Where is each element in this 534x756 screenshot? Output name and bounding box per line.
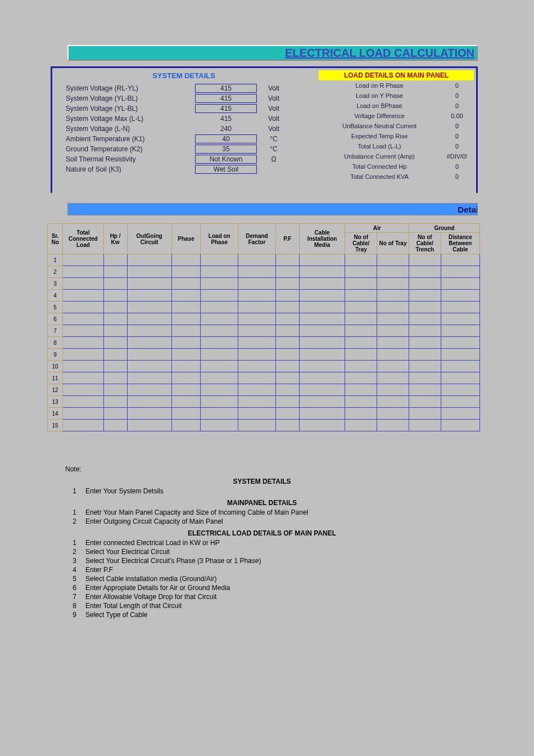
grid-cell[interactable]: [441, 408, 479, 420]
grid-cell[interactable]: [238, 372, 276, 384]
grid-cell[interactable]: [238, 313, 276, 325]
grid-cell[interactable]: [299, 396, 345, 408]
grid-cell[interactable]: [299, 384, 345, 396]
grid-cell[interactable]: [127, 361, 171, 372]
grid-cell[interactable]: [377, 325, 409, 337]
system-row-value[interactable]: Not Known: [195, 155, 257, 164]
grid-cell[interactable]: [103, 384, 127, 396]
grid-cell[interactable]: [63, 302, 103, 313]
system-row-value[interactable]: 40: [195, 134, 257, 143]
grid-cell[interactable]: [103, 396, 127, 408]
grid-cell[interactable]: [103, 361, 127, 372]
grid-cell[interactable]: [127, 254, 171, 266]
grid-cell[interactable]: [171, 302, 201, 313]
grid-cell[interactable]: [409, 325, 441, 337]
grid-cell[interactable]: [409, 337, 441, 349]
grid-cell[interactable]: [127, 278, 171, 290]
grid-cell[interactable]: [275, 337, 299, 349]
grid-cell[interactable]: [127, 266, 171, 278]
grid-cell[interactable]: [103, 302, 127, 313]
grid-cell[interactable]: [201, 396, 238, 408]
grid-cell[interactable]: [377, 254, 409, 266]
grid-cell[interactable]: [441, 420, 479, 431]
grid-cell[interactable]: [377, 290, 409, 302]
grid-cell[interactable]: [377, 408, 409, 420]
grid-cell[interactable]: [345, 408, 377, 420]
grid-cell[interactable]: [238, 325, 276, 337]
grid-cell[interactable]: [345, 337, 377, 349]
grid-cell[interactable]: [441, 266, 479, 278]
grid-cell[interactable]: [127, 313, 171, 325]
grid-cell[interactable]: [377, 396, 409, 408]
grid-cell[interactable]: [127, 420, 171, 431]
grid-cell[interactable]: [201, 290, 238, 302]
grid-cell[interactable]: [441, 325, 479, 337]
grid-cell[interactable]: [377, 361, 409, 372]
grid-cell[interactable]: [103, 325, 127, 337]
grid-cell[interactable]: [171, 349, 201, 361]
grid-cell[interactable]: [345, 349, 377, 361]
grid-cell[interactable]: [299, 313, 345, 325]
grid-cell[interactable]: [275, 384, 299, 396]
grid-cell[interactable]: [238, 408, 276, 420]
grid-cell[interactable]: [171, 372, 201, 384]
grid-cell[interactable]: [238, 384, 276, 396]
grid-cell[interactable]: [345, 361, 377, 372]
grid-cell[interactable]: [299, 302, 345, 313]
grid-cell[interactable]: [275, 313, 299, 325]
grid-cell[interactable]: [127, 384, 171, 396]
grid-cell[interactable]: [299, 266, 345, 278]
grid-cell[interactable]: [275, 254, 299, 266]
grid-cell[interactable]: [377, 337, 409, 349]
grid-cell[interactable]: [201, 372, 238, 384]
grid-cell[interactable]: [201, 254, 238, 266]
grid-cell[interactable]: [377, 372, 409, 384]
grid-cell[interactable]: [63, 278, 103, 290]
system-row-value[interactable]: 35: [195, 145, 257, 154]
grid-cell[interactable]: [441, 278, 479, 290]
grid-cell[interactable]: [409, 372, 441, 384]
grid-cell[interactable]: [238, 337, 276, 349]
grid-cell[interactable]: [238, 302, 276, 313]
grid-cell[interactable]: [441, 384, 479, 396]
grid-cell[interactable]: [103, 372, 127, 384]
grid-cell[interactable]: [345, 420, 377, 431]
grid-cell[interactable]: [201, 266, 238, 278]
grid-cell[interactable]: [238, 278, 276, 290]
grid-cell[interactable]: [171, 361, 201, 372]
system-row-value[interactable]: 415: [195, 94, 257, 103]
grid-cell[interactable]: [275, 278, 299, 290]
grid-cell[interactable]: [238, 361, 276, 372]
grid-cell[interactable]: [238, 420, 276, 431]
grid-cell[interactable]: [441, 302, 479, 313]
grid-cell[interactable]: [103, 254, 127, 266]
grid-cell[interactable]: [299, 349, 345, 361]
grid-cell[interactable]: [409, 302, 441, 313]
grid-cell[interactable]: [238, 254, 276, 266]
grid-cell[interactable]: [201, 302, 238, 313]
grid-cell[interactable]: [441, 254, 479, 266]
grid-cell[interactable]: [127, 372, 171, 384]
grid-cell[interactable]: [201, 325, 238, 337]
grid-cell[interactable]: [171, 254, 201, 266]
grid-cell[interactable]: [103, 278, 127, 290]
grid-cell[interactable]: [345, 290, 377, 302]
grid-cell[interactable]: [409, 290, 441, 302]
grid-cell[interactable]: [409, 408, 441, 420]
grid-cell[interactable]: [299, 278, 345, 290]
grid-cell[interactable]: [103, 349, 127, 361]
grid-cell[interactable]: [171, 396, 201, 408]
grid-cell[interactable]: [201, 313, 238, 325]
grid-cell[interactable]: [409, 254, 441, 266]
grid-cell[interactable]: [409, 313, 441, 325]
grid-cell[interactable]: [171, 420, 201, 431]
system-row-value[interactable]: 415: [195, 104, 257, 113]
grid-cell[interactable]: [171, 408, 201, 420]
grid-cell[interactable]: [409, 396, 441, 408]
grid-cell[interactable]: [275, 408, 299, 420]
grid-cell[interactable]: [345, 372, 377, 384]
grid-cell[interactable]: [127, 349, 171, 361]
grid-cell[interactable]: [201, 408, 238, 420]
grid-cell[interactable]: [409, 384, 441, 396]
system-row-value[interactable]: Wet Soil: [195, 165, 257, 174]
